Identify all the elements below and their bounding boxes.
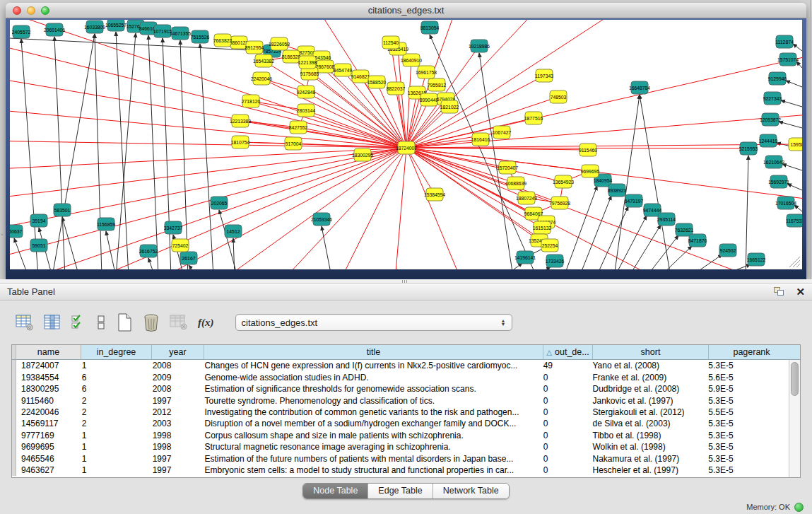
graph-edge[interactable] — [189, 265, 198, 269]
graph-node[interactable]: 18226058 — [269, 37, 290, 50]
graph-edge[interactable] — [615, 216, 647, 269]
table-row[interactable]: 977716911998Corpus callosum shape and si… — [12, 430, 789, 441]
delete-table-button[interactable] — [170, 314, 188, 331]
graph-node[interactable]: 3215953 — [739, 142, 758, 155]
graph-node[interactable]: 924502 — [719, 244, 736, 257]
select-all-button[interactable] — [71, 314, 86, 331]
graph-edge[interactable] — [787, 184, 802, 190]
graph-node[interactable]: 1156859 — [97, 218, 115, 230]
table-row[interactable]: 1872400712008Changes of HCN gene express… — [12, 360, 789, 371]
graph-node[interactable]: 6479197 — [625, 194, 644, 207]
zoom-window-button[interactable] — [41, 6, 49, 15]
graph-edge[interactable] — [10, 148, 406, 235]
graph-edge[interactable] — [180, 40, 188, 269]
graph-edge[interactable] — [148, 258, 155, 269]
graph-node[interactable]: 748503 — [550, 90, 567, 103]
graph-node[interactable]: 16543382 — [253, 54, 274, 67]
tab-node-table[interactable]: Node Table — [303, 484, 368, 498]
close-panel-icon[interactable]: ✕ — [796, 287, 805, 296]
graph-edge[interactable] — [406, 118, 534, 148]
graph-node[interactable]: 22420046 — [251, 72, 272, 85]
graph-node[interactable]: 7515526 — [191, 30, 210, 43]
graph-node[interactable]: 112540 — [382, 36, 399, 49]
graph-node[interactable]: 16961758 — [416, 66, 437, 78]
graph-node[interactable]: 15720407 — [497, 161, 518, 174]
graph-edge[interactable] — [579, 196, 611, 269]
graph-node[interactable]: 20691406 — [44, 23, 65, 36]
graph-edge[interactable] — [10, 69, 406, 148]
network-canvas[interactable]: 1872400724055722069140616033809106552571… — [10, 20, 802, 269]
column-header-year[interactable]: year — [152, 345, 204, 359]
table-row[interactable]: 1456911722003Disruption of a novel membe… — [12, 418, 789, 429]
delete-columns-button[interactable] — [143, 313, 160, 332]
row-height-button[interactable] — [96, 314, 106, 331]
graph-node[interactable]: 1615132 — [533, 221, 552, 234]
graph-node[interactable]: 10688639 — [505, 177, 526, 189]
graph-node[interactable]: 1197343 — [535, 69, 553, 82]
graph-node[interactable]: 1665122 — [747, 253, 766, 266]
graph-node[interactable]: 3342737 — [164, 221, 183, 234]
graph-node[interactable]: 202065 — [211, 197, 228, 209]
graph-node[interactable]: 1877516 — [524, 112, 543, 124]
graph-node[interactable]: 725402 — [172, 239, 189, 252]
graph-node[interactable]: 8427552 — [289, 121, 308, 134]
graph-edge[interactable] — [660, 246, 692, 269]
graph-node[interactable]: 8454749 — [334, 64, 353, 76]
window-titlebar[interactable]: citations_edges.txt — [6, 3, 806, 18]
tab-edge-table[interactable]: Edge Table — [368, 484, 433, 498]
graph-edge[interactable] — [148, 35, 158, 269]
table-row[interactable]: 1830029562008Estimation of significance … — [12, 383, 789, 395]
graph-edge[interactable] — [793, 44, 802, 51]
table-row[interactable]: 1938455462009Genome-wide association stu… — [12, 371, 789, 382]
graph-node[interactable]: 8990448 — [420, 93, 439, 106]
column-header-pagerank[interactable]: pagerank — [709, 345, 794, 359]
window-resize-grip[interactable] — [789, 257, 800, 267]
panel-resize-handle[interactable] — [402, 280, 408, 283]
graph-node[interactable]: 1816416 — [471, 133, 490, 146]
graph-edge[interactable] — [21, 39, 38, 269]
graph-node[interactable]: 1821022 — [440, 100, 459, 113]
graph-node[interactable]: 1167533 — [786, 214, 802, 227]
graph-node[interactable]: 18724007 — [396, 141, 417, 154]
graph-node[interactable]: 8938923 — [608, 184, 627, 197]
graph-node[interactable]: 9175685 — [300, 67, 319, 80]
graph-edge[interactable] — [10, 140, 406, 148]
graph-node[interactable]: 1244419 — [759, 134, 778, 147]
graph-node[interactable]: 16210643 — [763, 156, 784, 168]
graph-node[interactable]: 9115460 — [579, 144, 597, 156]
graph-node[interactable]: 950637 — [10, 225, 23, 238]
graph-node[interactable]: 8471876 — [688, 234, 707, 247]
table-mode-button[interactable] — [16, 314, 34, 331]
graph-edge[interactable] — [392, 148, 406, 269]
graph-edge[interactable] — [746, 156, 748, 269]
graph-edge[interactable] — [62, 217, 79, 269]
tab-network-table[interactable]: Network Table — [433, 484, 509, 498]
graph-edge[interactable] — [163, 38, 171, 269]
graph-edge[interactable] — [52, 34, 95, 269]
graph-node[interactable]: 8822037 — [387, 82, 406, 95]
graph-edge[interactable] — [794, 205, 802, 211]
table-row[interactable]: 946362711997Embryonic stem cells: a mode… — [12, 465, 789, 476]
graph-node[interactable]: 17016504 — [775, 197, 796, 209]
table-selector-dropdown[interactable]: citations_edges.txt ▲▼ — [235, 314, 512, 331]
table-row[interactable]: 911546021997Tourette syndrome. Phenomeno… — [12, 395, 789, 406]
create-column-button[interactable] — [116, 313, 133, 332]
graph-edge[interactable] — [614, 95, 640, 269]
graph-node[interactable]: 14196141 — [514, 251, 536, 264]
graph-edge[interactable] — [219, 210, 237, 269]
graph-edge[interactable] — [10, 148, 406, 204]
graph-edge[interactable] — [10, 105, 406, 148]
graph-node[interactable]: 39194 — [30, 214, 47, 227]
graph-edge[interactable] — [779, 122, 802, 128]
graph-node[interactable]: 9699695 — [581, 165, 600, 177]
graph-node[interactable]: 14671355 — [170, 27, 191, 40]
float-panel-icon[interactable] — [774, 287, 784, 296]
table-row[interactable]: 969969511998Structural magnetic resonanc… — [12, 441, 789, 452]
column-header-in_degree[interactable]: in_degree — [81, 345, 152, 359]
graph-node[interactable]: 7663822 — [213, 34, 233, 47]
graph-edge[interactable] — [14, 238, 28, 269]
graph-edge[interactable] — [782, 164, 802, 170]
graph-node[interactable]: 1810754 — [231, 136, 250, 148]
table-scrollbar[interactable] — [789, 360, 800, 477]
table-row[interactable]: 2242004622012Investigating the contribut… — [12, 407, 789, 418]
